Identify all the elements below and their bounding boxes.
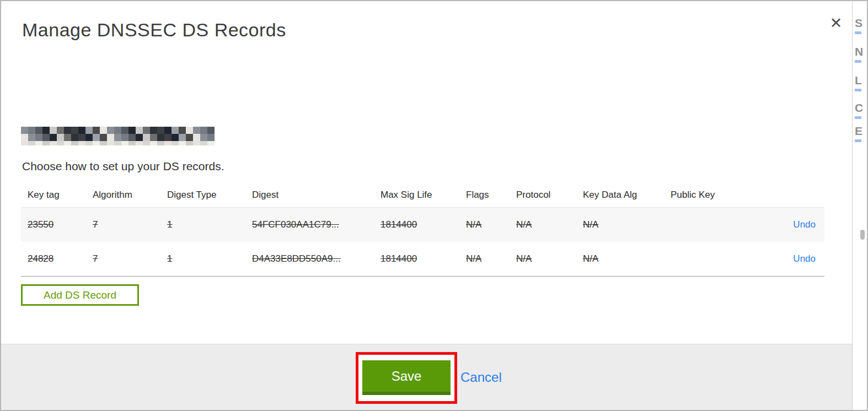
column-header-protocol: Protocol: [510, 190, 576, 207]
cell-algorithm: 7: [86, 219, 160, 230]
cell-key-data-alg: N/A: [576, 219, 664, 230]
table-header-row: Key tag Algorithm Digest Type Digest Max…: [21, 182, 824, 207]
cell-action: Undo: [747, 219, 824, 230]
cell-digest: 54FCF030AA1C79...: [245, 219, 374, 230]
red-highlight-annotation: Save: [356, 352, 457, 404]
cell-max-sig-life: 1814400: [374, 253, 459, 264]
column-header-flags: Flags: [459, 190, 510, 207]
background-text-fragment: L: [855, 74, 862, 91]
undo-link[interactable]: Undo: [793, 219, 816, 230]
redacted-domain-name: [21, 127, 215, 145]
column-header-public-key: Public Key: [664, 190, 747, 207]
cell-protocol: N/A: [510, 219, 576, 230]
background-page-sliver: SNLCE: [852, 1, 867, 411]
add-ds-record-button[interactable]: Add DS Record: [21, 284, 139, 306]
cell-key-tag: 23550: [21, 219, 86, 230]
column-header-max-sig-life: Max Sig Life: [374, 190, 459, 207]
column-header-key-data-alg: Key Data Alg: [576, 190, 664, 207]
cell-action: Undo: [747, 253, 824, 264]
save-button[interactable]: Save: [362, 360, 451, 395]
cell-key-data-alg: N/A: [576, 253, 664, 264]
cell-digest-type: 1: [160, 219, 245, 230]
cell-flags: N/A: [459, 219, 510, 230]
column-header-digest-type: Digest Type: [160, 190, 245, 207]
column-header-algorithm: Algorithm: [86, 190, 160, 207]
ds-records-table: Key tag Algorithm Digest Type Digest Max…: [21, 182, 824, 277]
cell-protocol: N/A: [510, 253, 576, 264]
background-text-fragment: N: [855, 45, 863, 63]
column-header-digest: Digest: [245, 190, 374, 207]
cell-key-tag: 24828: [21, 253, 86, 264]
cell-digest: D4A33E8DD550A9...: [245, 253, 374, 264]
cell-max-sig-life: 1814400: [374, 219, 459, 230]
column-header-action: [747, 201, 824, 207]
manage-dnssec-modal: Manage DNSSEC DS Records ✕ Choose how to…: [1, 1, 854, 410]
cell-digest-type: 1: [160, 253, 245, 264]
scrollbar-thumb[interactable]: [860, 230, 865, 240]
background-text-fragment: C: [855, 101, 863, 119]
table-row: 24828 7 1 D4A33E8DD550A9... 1814400 N/A …: [21, 242, 824, 277]
cell-algorithm: 7: [86, 253, 160, 264]
undo-link[interactable]: Undo: [793, 253, 816, 264]
modal-footer: Save Cancel: [1, 344, 854, 410]
column-header-key-tag: Key tag: [21, 190, 86, 207]
instruction-text: Choose how to set up your DS records.: [22, 160, 854, 173]
screenshot-frame: Manage DNSSEC DS Records ✕ Choose how to…: [0, 0, 868, 411]
close-icon[interactable]: ✕: [827, 14, 845, 32]
background-text-fragment: E: [855, 125, 862, 142]
cell-flags: N/A: [459, 253, 510, 264]
table-row: 23550 7 1 54FCF030AA1C79... 1814400 N/A …: [21, 207, 824, 242]
cancel-link[interactable]: Cancel: [460, 370, 502, 385]
modal-title: Manage DNSSEC DS Records: [1, 1, 854, 43]
background-text-fragment: S: [855, 17, 862, 34]
